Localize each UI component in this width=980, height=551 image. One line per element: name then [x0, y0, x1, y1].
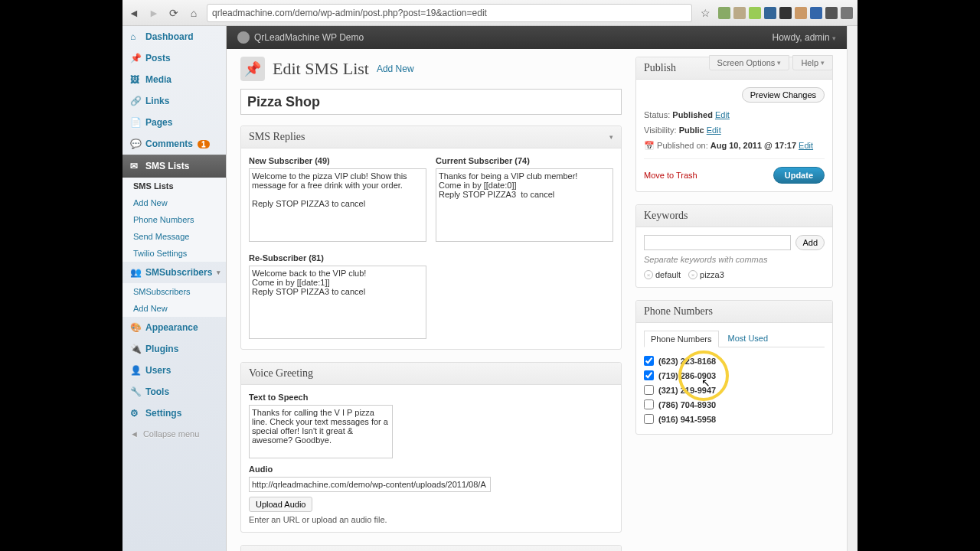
update-button[interactable]: Update: [773, 167, 825, 184]
sub-smsubscribers[interactable]: SMSubscribers: [122, 283, 226, 300]
main-scrollbar[interactable]: [847, 26, 858, 551]
sub-twilio[interactable]: Twilio Settings: [122, 245, 226, 262]
sub-sms-lists[interactable]: SMS Lists: [122, 178, 226, 194]
phone-number-item: (623) 223-8168: [644, 354, 825, 368]
audio-url-input[interactable]: [249, 477, 491, 492]
sidebar-appearance[interactable]: 🎨Appearance: [122, 317, 226, 338]
browser-toolbar: ◄ ► ⟳ ⌂ qrleadmachine.com/demo/wp-admin/…: [122, 0, 858, 26]
sidebar-tools[interactable]: 🔧Tools: [122, 381, 226, 403]
forward-button[interactable]: ►: [147, 6, 161, 20]
remove-kw-icon[interactable]: ×: [644, 270, 653, 279]
tab-phone-numbers[interactable]: Phone Numbers: [644, 331, 719, 347]
remove-kw-icon[interactable]: ×: [688, 270, 697, 279]
preview-button[interactable]: Preview Changes: [742, 87, 825, 103]
edit-status-link[interactable]: Edit: [715, 110, 730, 119]
ext-icon[interactable]: [825, 7, 838, 19]
sidebar-smsub-submenu: SMSubscribers Add New: [122, 283, 226, 317]
media-icon: 🖼: [130, 74, 141, 85]
keywords-header[interactable]: Keywords: [636, 205, 832, 227]
voice-greeting-header[interactable]: Voice Greeting: [241, 363, 621, 385]
sidebar-sms-lists[interactable]: ✉SMS Lists: [122, 155, 226, 178]
phone-checkbox[interactable]: [644, 356, 654, 366]
tts-label: Text to Speech: [249, 393, 613, 402]
site-name[interactable]: QrLeadMachine WP Demo: [254, 32, 364, 43]
sidebar-users[interactable]: 👤Users: [122, 360, 226, 381]
voice-greeting-box: Voice Greeting Text to Speech Audio Uplo…: [240, 362, 622, 533]
ext-icon[interactable]: [810, 7, 822, 19]
home-button[interactable]: ⌂: [187, 6, 201, 20]
tab-most-used[interactable]: Most Used: [722, 331, 775, 347]
upload-audio-button[interactable]: Upload Audio: [249, 497, 312, 512]
post-title-input[interactable]: [240, 89, 622, 115]
sub-send-message[interactable]: Send Message: [122, 228, 226, 245]
sms-replies-header[interactable]: SMS Replies▾: [241, 126, 621, 148]
link-icon: 🔗: [130, 96, 141, 106]
ext-icon[interactable]: [779, 7, 792, 19]
keywords-hint: Separate keywords with commas: [644, 255, 825, 264]
sidebar-posts[interactable]: 📌Posts: [122, 47, 226, 69]
comments-badge: 1: [198, 140, 210, 148]
ext-icon[interactable]: [749, 7, 761, 19]
sidebar-comments[interactable]: 💬Comments1: [122, 133, 226, 155]
sidebar-smsubscribers[interactable]: 👥SMSubscribers▾: [122, 262, 226, 283]
ext-icon[interactable]: [733, 7, 746, 19]
admin-sidebar: ⌂Dashboard 📌Posts 🖼Media 🔗Links 📄Pages 💬…: [122, 26, 227, 551]
sidebar-links[interactable]: 🔗Links: [122, 90, 226, 112]
phone-checkbox[interactable]: [644, 385, 654, 395]
add-keyword-button[interactable]: Add: [795, 235, 825, 250]
screen-options-tab[interactable]: Screen Options▾: [709, 55, 790, 70]
phone-checkbox[interactable]: [644, 370, 654, 380]
ext-icon[interactable]: [718, 7, 730, 19]
move-to-trash-link[interactable]: Move to Trash: [644, 171, 697, 180]
sub-add-new2[interactable]: Add New: [122, 300, 226, 317]
publish-box: Publish Preview Changes Status: Publishe…: [635, 57, 833, 192]
edit-date-link[interactable]: Edit: [799, 141, 813, 150]
tts-textarea[interactable]: [249, 405, 393, 458]
phone-numbers-header[interactable]: Phone Numbers: [636, 301, 832, 323]
calendar-icon: 📅: [644, 141, 655, 150]
new-sub-textarea[interactable]: [249, 168, 426, 242]
star-icon[interactable]: ☆: [698, 6, 712, 20]
tools-icon: 🔧: [130, 386, 141, 397]
chevron-down-icon: ▾: [609, 133, 613, 141]
add-new-link[interactable]: Add New: [377, 64, 414, 74]
howdy-text[interactable]: Howdy, admin ▾: [773, 32, 836, 43]
current-sub-label: Current Subscriber (74): [436, 156, 613, 165]
main-content: QrLeadMachine WP Demo Howdy, admin ▾ Scr…: [227, 26, 847, 551]
back-button[interactable]: ◄: [127, 6, 141, 20]
page-icon: 📄: [130, 117, 141, 128]
sub-add-new[interactable]: Add New: [122, 194, 226, 211]
keywords-input[interactable]: [644, 235, 791, 250]
phone-numbers-box: Phone Numbers Phone Numbers Most Used (6…: [635, 300, 833, 435]
phone-number-text: (916) 941-5958: [658, 415, 716, 424]
messages-box: Messages: [240, 545, 622, 551]
sidebar-settings[interactable]: ⚙Settings: [122, 403, 226, 424]
sidebar-pages[interactable]: 📄Pages: [122, 112, 226, 133]
ext-icon[interactable]: [795, 7, 807, 19]
phone-number-text: (623) 223-8168: [658, 357, 716, 366]
collapse-icon: ◄: [130, 429, 139, 439]
resub-textarea[interactable]: [249, 266, 426, 339]
pin-icon: 📌: [240, 57, 265, 81]
comment-icon: 💬: [130, 139, 141, 149]
wp-logo-icon: [237, 31, 250, 44]
users-icon: 👥: [130, 267, 141, 278]
sidebar-plugins[interactable]: 🔌Plugins: [122, 338, 226, 360]
edit-visibility-link[interactable]: Edit: [707, 126, 721, 135]
plugin-icon: 🔌: [130, 344, 141, 354]
current-sub-textarea[interactable]: [436, 168, 613, 242]
ext-icon[interactable]: [764, 7, 776, 19]
reload-button[interactable]: ⟳: [167, 6, 181, 20]
sub-phone-numbers[interactable]: Phone Numbers: [122, 211, 226, 228]
url-bar[interactable]: qrleadmachine.com/demo/wp-admin/post.php…: [207, 4, 692, 22]
caret-icon: ▾: [217, 269, 220, 276]
phone-checkbox[interactable]: [644, 399, 654, 409]
sidebar-dashboard[interactable]: ⌂Dashboard: [122, 26, 226, 47]
help-tab[interactable]: Help▾: [792, 55, 833, 70]
sidebar-media[interactable]: 🖼Media: [122, 69, 226, 90]
wrench-icon[interactable]: [841, 7, 853, 19]
phone-checkbox[interactable]: [644, 414, 654, 424]
collapse-menu[interactable]: ◄Collapse menu: [122, 424, 226, 444]
pin-icon: 📌: [130, 53, 141, 64]
messages-header[interactable]: Messages: [241, 546, 621, 551]
